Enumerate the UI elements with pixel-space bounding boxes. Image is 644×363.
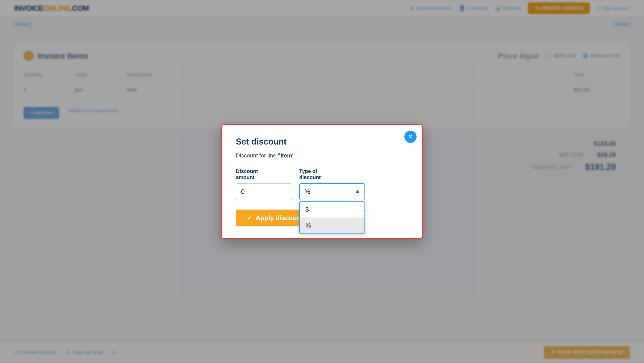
chevron-up-icon: [355, 190, 360, 193]
line-name: "Item": [278, 152, 295, 158]
dropdown-option-percent[interactable]: %: [300, 218, 364, 234]
close-icon: ×: [408, 133, 412, 140]
discount-type-container: % $ %: [299, 183, 365, 200]
modal-fields: Discountamount Type ofdiscount % $: [236, 168, 408, 200]
discount-amount-input[interactable]: [236, 183, 292, 200]
modal-overlay[interactable]: × Set discount Discount for line "Item" …: [0, 0, 644, 363]
discount-type-label: Type ofdiscount: [299, 168, 365, 180]
selected-option-label: %: [304, 188, 310, 196]
discount-type-group: Type ofdiscount % $ %: [299, 168, 365, 200]
modal-subtitle: Discount for line "Item": [236, 152, 408, 159]
subtitle-prefix: Discount for line: [236, 152, 278, 158]
modal-close-button[interactable]: ×: [404, 131, 416, 143]
discount-type-dropdown: $ %: [299, 201, 365, 234]
checkmark-icon: ✓: [247, 214, 252, 222]
discount-amount-label: Discountamount: [236, 168, 292, 180]
set-discount-modal: × Set discount Discount for line "Item" …: [221, 124, 423, 239]
dropdown-option-dollar[interactable]: $: [300, 202, 364, 218]
modal-title: Set discount: [236, 137, 408, 147]
discount-amount-group: Discountamount: [236, 168, 292, 200]
discount-type-select[interactable]: %: [299, 183, 365, 200]
